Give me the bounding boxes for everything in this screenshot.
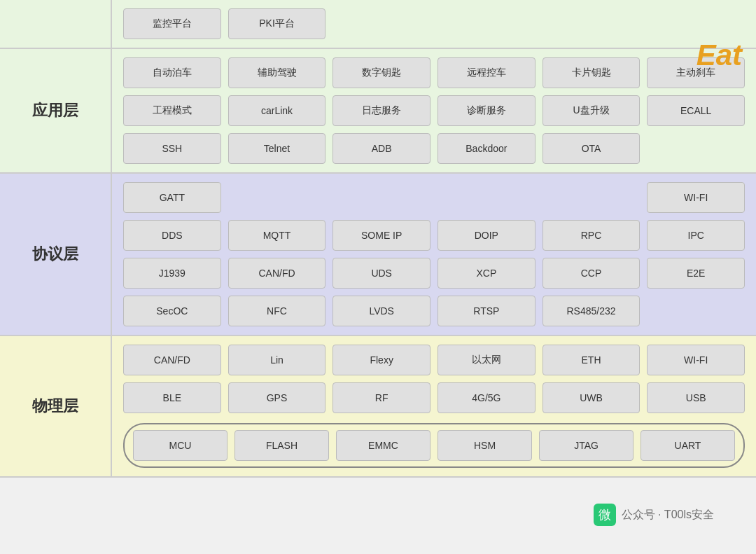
cell-someip: SOME IP — [332, 220, 430, 251]
cell-wifi-phys: WI-FI — [647, 345, 745, 375]
app-row-1: 自动泊车 辅助驾驶 数字钥匙 远程控车 卡片钥匙 主动刹车 — [123, 57, 745, 88]
cell-uds: UDS — [332, 258, 430, 289]
proto-row-0: GATT WI-FI — [123, 182, 745, 213]
app-layer: 应用层 自动泊车 辅助驾驶 数字钥匙 远程控车 卡片钥匙 主动刹车 工程模式 c… — [0, 49, 756, 174]
cell-rpc: RPC — [542, 220, 640, 251]
cell-ble: BLE — [123, 382, 221, 413]
cell-empty-3 — [542, 8, 640, 39]
proto-layer: 协议层 GATT WI-FI DDS MQTT SOME IP DOIP RPC… — [0, 174, 756, 336]
cell-canfd-phys: CAN/FD — [123, 345, 221, 375]
cell-pe-2 — [332, 182, 430, 213]
watermark-text: 公众号 · T00ls安全 — [622, 508, 714, 522]
cell-pe-1 — [228, 182, 326, 213]
cell-proto-empty — [647, 296, 745, 326]
app-row-2: 工程模式 carLink 日志服务 诊断服务 U盘升级 ECALL — [123, 95, 745, 126]
cell-日志服务: 日志服务 — [332, 95, 430, 126]
cell-secoc: SecOC — [123, 296, 221, 326]
app-row-3: SSH Telnet ADB Backdoor OTA — [123, 133, 745, 164]
cell-pki: PKI平台 — [228, 8, 326, 39]
cell-flexy: Flexy — [332, 345, 430, 375]
cell-emmc: EMMC — [336, 430, 430, 461]
app-layer-top-content: 监控平台 PKI平台 — [112, 0, 756, 48]
wechat-icon: 微 — [594, 504, 616, 526]
cell-工程模式: 工程模式 — [123, 95, 221, 126]
cell-ecall: ECALL — [647, 95, 745, 126]
app-layer-label: 应用层 — [0, 49, 112, 172]
cell-u盘升级: U盘升级 — [542, 95, 640, 126]
cell-empty-2 — [438, 8, 536, 39]
cell-lvds: LVDS — [332, 296, 430, 326]
main-container: 监控平台 PKI平台 应用层 自动泊车 辅助驾驶 数字钥匙 远程控车 卡片钥匙 … — [0, 0, 756, 478]
app-layer-top: 监控平台 PKI平台 — [0, 0, 756, 49]
cell-gatt: GATT — [123, 182, 221, 213]
cell-backdoor: Backdoor — [438, 133, 536, 164]
phys-layer: 物理层 CAN/FD Lin Flexy 以太网 ETH WI-FI BLE G… — [0, 336, 756, 478]
app-row-0: 监控平台 PKI平台 — [123, 8, 745, 39]
cell-doip: DOIP — [438, 220, 536, 251]
cell-wifi-proto: WI-FI — [647, 182, 745, 213]
cell-jtag: JTAG — [539, 430, 634, 461]
phys-layer-label: 物理层 — [0, 336, 112, 476]
proto-layer-label: 协议层 — [0, 174, 112, 335]
phys-row-1: BLE GPS RF 4G/5G UWB USB — [123, 382, 745, 413]
cell-nfc: NFC — [228, 296, 326, 326]
proto-row-3: SecOC NFC LVDS RTSP RS485/232 — [123, 296, 745, 326]
cell-flash: FLASH — [234, 430, 329, 461]
cell-j1939: J1939 — [123, 258, 221, 289]
cell-pe-3 — [438, 182, 536, 213]
phys-row-0: CAN/FD Lin Flexy 以太网 ETH WI-FI — [123, 345, 745, 375]
cell-辅助驾驶: 辅助驾驶 — [228, 57, 326, 88]
cell-uwb: UWB — [542, 382, 640, 413]
cell-rtsp: RTSP — [438, 296, 536, 326]
cell-监控平台: 监控平台 — [123, 8, 221, 39]
cell-数字钥匙: 数字钥匙 — [332, 57, 430, 88]
cell-empty-4 — [647, 8, 745, 39]
proto-row-1: DDS MQTT SOME IP DOIP RPC IPC — [123, 220, 745, 251]
cell-empty-1 — [332, 8, 430, 39]
cell-canfd-proto: CAN/FD — [228, 258, 326, 289]
cell-app-empty — [647, 133, 745, 164]
cell-mcu: MCU — [133, 430, 227, 461]
cell-主动刹车: 主动刹车 — [647, 57, 745, 88]
proto-row-2: J1939 CAN/FD UDS XCP CCP E2E — [123, 258, 745, 289]
cell-eth: ETH — [542, 345, 640, 375]
cell-adb: ADB — [332, 133, 430, 164]
cell-rs485: RS485/232 — [542, 296, 640, 326]
cell-uart: UART — [640, 430, 735, 461]
cell-usb: USB — [647, 382, 745, 413]
cell-卡片钥匙: 卡片钥匙 — [542, 57, 640, 88]
cell-ssh: SSH — [123, 133, 221, 164]
cell-自动泊车: 自动泊车 — [123, 57, 221, 88]
cell-lin: Lin — [228, 345, 326, 375]
cell-telnet: Telnet — [228, 133, 326, 164]
cell-4g5g: 4G/5G — [438, 382, 536, 413]
chip-row: MCU FLASH EMMC HSM JTAG UART — [123, 423, 745, 468]
cell-诊断服务: 诊断服务 — [438, 95, 536, 126]
cell-ota: OTA — [542, 133, 640, 164]
app-layer-content: 自动泊车 辅助驾驶 数字钥匙 远程控车 卡片钥匙 主动刹车 工程模式 carLi… — [112, 49, 756, 172]
phys-layer-content: CAN/FD Lin Flexy 以太网 ETH WI-FI BLE GPS R… — [112, 336, 756, 476]
cell-mqtt: MQTT — [228, 220, 326, 251]
cell-hsm: HSM — [438, 430, 532, 461]
cell-ccp: CCP — [542, 258, 640, 289]
cell-rf: RF — [332, 382, 430, 413]
cell-gps: GPS — [228, 382, 326, 413]
cell-ipc: IPC — [647, 220, 745, 251]
cell-pe-4 — [542, 182, 640, 213]
cell-carlink: carLink — [228, 95, 326, 126]
cell-dds: DDS — [123, 220, 221, 251]
app-layer-label-top — [0, 0, 112, 48]
cell-远程控车: 远程控车 — [438, 57, 536, 88]
proto-layer-content: GATT WI-FI DDS MQTT SOME IP DOIP RPC IPC… — [112, 174, 756, 335]
cell-ethernet: 以太网 — [438, 345, 536, 375]
watermark: 微 公众号 · T00ls安全 — [594, 504, 714, 526]
cell-e2e: E2E — [647, 258, 745, 289]
cell-xcp: XCP — [438, 258, 536, 289]
